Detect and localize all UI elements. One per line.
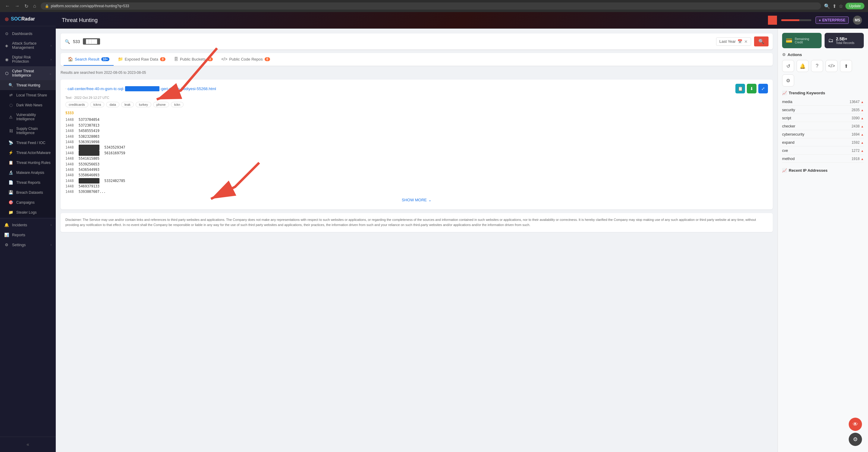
sidebar-item-cti[interactable]: ⬡ Cyber Threat Intelligence ⌄ [0, 66, 56, 80]
tab-folder-icon: 📁 [118, 57, 123, 62]
tag-leak[interactable]: leak [121, 102, 134, 107]
browser-share-btn[interactable]: ⬆ [832, 3, 836, 9]
action-help-button[interactable]: ? [811, 60, 823, 72]
result-url-prefix[interactable]: call-center/free-40-m-gsm-tc-sql- [67, 87, 124, 91]
keyword-checker[interactable]: checker [782, 124, 795, 128]
sidebar-label-threat-feed: Threat Feed / IOC [16, 141, 52, 145]
tag-tckn[interactable]: tckn [171, 102, 184, 107]
date-filter[interactable]: Last Year 📅 ✕ [716, 37, 751, 46]
table-row: 1448 5373704054 [65, 117, 768, 122]
action-settings-button[interactable]: ⚙ [782, 74, 794, 87]
col1: 1448 [65, 184, 74, 189]
forward-button[interactable]: → [13, 3, 21, 9]
sidebar-item-dark-web-news[interactable]: ◌ Dark Web News [0, 100, 56, 110]
tag-phone[interactable]: phone [153, 102, 169, 107]
trending-title: 📈 Trending Keywords [782, 91, 864, 95]
count-expand: 1592 ▲ [851, 140, 864, 144]
sidebar-collapse-button[interactable]: « [0, 439, 56, 450]
center-area: 🔍 533 ████ Last Year 📅 ✕ 🔍 🏠 Searc [56, 29, 778, 452]
avatar[interactable]: MS [853, 16, 862, 25]
result-expand-button[interactable]: ⤢ [758, 84, 768, 93]
col2: 5350646093 [79, 172, 99, 178]
sidebar-item-local-threat-share[interactable]: ⇄ Local Threat Share [0, 90, 56, 100]
tab-public-code-repos[interactable]: </> Public Code Repos 0 [217, 53, 274, 66]
result-copy-button[interactable]: 📋 [735, 84, 745, 93]
search-bar: 🔍 533 ████ Last Year 📅 ✕ 🔍 [61, 33, 773, 50]
sidebar-item-vuln-intel[interactable]: ⚠ Vulnerability Intelligence [0, 110, 56, 124]
col1: 1448 [65, 128, 74, 133]
col1: 1448 [65, 134, 74, 139]
result-download-button[interactable]: ⬇ [747, 84, 756, 93]
sidebar-item-dashboards[interactable]: ⊙ Dashboards [0, 29, 56, 39]
result-dot: · [65, 87, 66, 91]
sidebar-item-threat-actor[interactable]: ⚡ Threat Actor/Malware [0, 148, 56, 158]
sidebar-item-supply-chain[interactable]: ⛓ Supply Chain Intelligence [0, 124, 56, 138]
ai-chat-button[interactable]: 👁 [849, 418, 862, 431]
keyword-cve[interactable]: cve [782, 149, 788, 153]
back-button[interactable]: ← [4, 3, 11, 9]
col2: 5382328003 [79, 134, 99, 139]
action-upload-button[interactable]: ⬆ [840, 60, 852, 72]
sidebar-item-settings[interactable]: ⚙ Settings › [0, 240, 56, 250]
sidebar-item-malware-analysis[interactable]: 🔬 Malware Analysis [0, 167, 56, 177]
total-records-content: 2.5B+ Total Records [836, 36, 855, 44]
tab-label-exposed-raw-data: Exposed Raw Data [125, 57, 158, 62]
col2: 5393007607... [79, 189, 106, 194]
action-alert-button[interactable]: 🔔 [797, 60, 809, 72]
credit-card-icon: 💳 [786, 37, 792, 44]
keyword-method[interactable]: method [782, 157, 795, 161]
keyword-media[interactable]: media [782, 100, 792, 104]
sidebar-label-threat-hunting-rules: Threat Hunting Rules [16, 161, 52, 165]
tag-data[interactable]: data [106, 102, 119, 107]
floating-settings-button[interactable]: ⚙ [849, 433, 862, 446]
sidebar-item-campaigns[interactable]: 🎯 Campaigns [0, 197, 56, 207]
sidebar-item-threat-feed[interactable]: 📡 Threat Feed / IOC [0, 138, 56, 148]
tab-search-result[interactable]: 🏠 Search Result 10+ [64, 53, 114, 66]
sidebar-item-asm[interactable]: ◈ Attack Surface Management › [0, 39, 56, 53]
sidebar-item-stealer-logs[interactable]: 📁 Stealer Logs [0, 207, 56, 217]
sidebar-item-drp[interactable]: ◉ Digital Risk Protection › [0, 53, 56, 66]
result-url-suffix[interactable]: -geri-donus-hediyesi-55268.html [160, 87, 216, 91]
trending-item-security: security 2835 ▲ [782, 106, 864, 114]
tag-turkey[interactable]: turkey [135, 102, 151, 107]
tab-public-buckets[interactable]: 🗄 Public Buckets 0 [170, 53, 217, 66]
sidebar-item-threat-hunting-rules[interactable]: 📋 Threat Hunting Rules [0, 158, 56, 167]
sidebar-item-threat-reports[interactable]: 📄 Threat Reports [0, 177, 56, 187]
keyword-expand[interactable]: expand [782, 140, 795, 144]
dark-web-icon: ◌ [8, 103, 13, 107]
count-method: 1918 ▲ [851, 157, 864, 161]
recent-ip-title-text: Recent IP Addresses [789, 168, 828, 173]
count-media: 13647 ▲ [849, 100, 864, 104]
browser-star-btn[interactable]: ☆ [839, 3, 843, 9]
keyword-cybersecurity[interactable]: cybersecurity [782, 132, 804, 136]
update-button[interactable]: Update [845, 3, 864, 9]
arrow-icon: ▲ [861, 157, 864, 161]
date-clear-button[interactable]: ✕ [744, 39, 748, 44]
tag-creditcards[interactable]: creditcards [65, 102, 88, 107]
header-red-block [768, 16, 777, 25]
tab-bucket-icon: 🗄 [174, 57, 178, 62]
arrow-icon: ▲ [861, 108, 864, 112]
action-refresh-button[interactable]: ↺ [782, 60, 794, 72]
page-title: Threat Hunting [62, 17, 98, 24]
action-code-button[interactable]: </> [826, 60, 838, 72]
sidebar-item-incidents[interactable]: 🔔 Incidents › [0, 220, 56, 230]
browser-search-btn[interactable]: 🔍 [824, 3, 830, 9]
sidebar-item-reports[interactable]: 📊 Reports [0, 230, 56, 240]
sidebar-label-dashboards: Dashboards [12, 32, 52, 36]
col2: 5372307813 [79, 123, 99, 128]
keyword-security[interactable]: security [782, 108, 795, 112]
search-query-chip: ████ [83, 38, 100, 44]
sidebar-item-breach-datasets[interactable]: 💾 Breach Datasets [0, 187, 56, 197]
diamond-icon: ♦ [819, 18, 821, 22]
show-more-button[interactable]: SHOW MORE ⌄ [65, 195, 768, 205]
home-button[interactable]: ⌂ [32, 3, 38, 9]
reload-button[interactable]: ↻ [23, 3, 30, 10]
keyword-script[interactable]: script [782, 116, 791, 120]
sidebar-item-threat-hunting[interactable]: 🔍 Threat Hunting [0, 80, 56, 90]
search-submit-button[interactable]: 🔍 [754, 36, 769, 46]
tab-exposed-raw-data[interactable]: 📁 Exposed Raw Data 0 [114, 53, 170, 66]
tag-tckns[interactable]: tckns [90, 102, 104, 107]
arrow-icon: ▲ [861, 133, 864, 136]
url-bar[interactable]: 🔒 platform.socradar.com/app/threat-hunti… [41, 2, 821, 10]
